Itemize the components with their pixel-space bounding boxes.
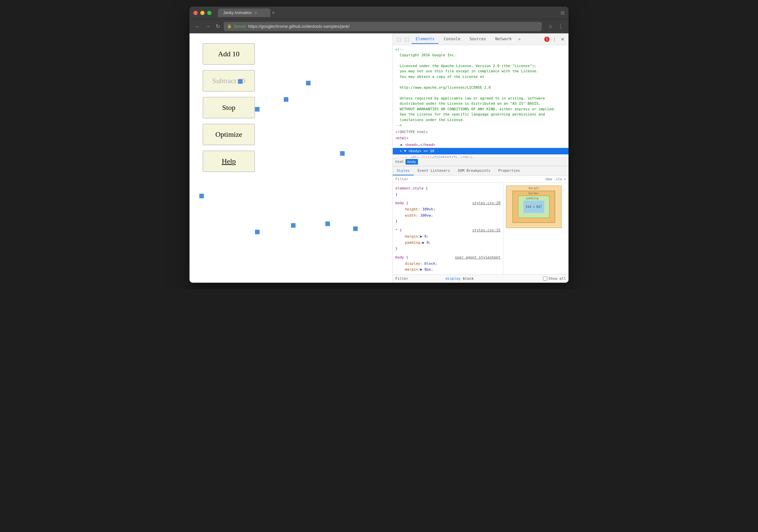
css-source[interactable]: styles.css:20 (472, 200, 500, 207)
styles-rules: element.style { } body { styles.css:20 h… (393, 183, 503, 274)
show-all-checkbox[interactable] (543, 277, 547, 281)
reload-button[interactable]: ↻ (214, 22, 221, 31)
animated-element (255, 107, 259, 112)
css-prop: height: 100vh; (396, 207, 435, 211)
styles-content: element.style { } body { styles.css:20 h… (393, 183, 568, 274)
css-prop: width: 100vw; (396, 213, 433, 217)
title-bar: Janky Animation ✕ + ⊟ (190, 7, 568, 19)
box-model-border: border padding - 514 × 627 (512, 191, 555, 223)
page-area: Add 10 Subtract 10 Stop Optimize Help (190, 33, 393, 283)
animated-element (199, 194, 204, 198)
devtools-more-icon[interactable]: ⋮ (551, 36, 558, 43)
animated-element (353, 226, 358, 231)
secure-label: Secure (234, 24, 246, 29)
computed-left: Filter (396, 277, 443, 281)
css-close-brace: } (396, 247, 398, 250)
css-selector[interactable]: element.style { (396, 186, 428, 190)
css-rule-star-15: * { styles.css:15 margin:▶ 0; padding:▶ … (393, 226, 503, 253)
padding-label: padding - (526, 197, 542, 203)
devtools-close-icon[interactable]: ✕ (559, 36, 566, 43)
forward-button[interactable]: → (204, 22, 212, 31)
animated-element (306, 81, 311, 85)
help-button[interactable]: Help (203, 150, 255, 172)
back-button[interactable]: ← (193, 22, 201, 31)
maximize-button[interactable] (207, 11, 211, 15)
add-button[interactable]: Add 10 (203, 43, 255, 65)
animated-element (238, 79, 243, 84)
box-model-margin: margin border padding - 514 × 627 (506, 185, 562, 228)
lock-icon: 🔒 (227, 24, 232, 28)
breadcrumb: html body (393, 157, 568, 166)
css-selector[interactable]: * { (396, 228, 402, 232)
css-prop: padding:▶ 0; (396, 241, 431, 245)
content-size: 514 × 627 (526, 205, 542, 209)
box-model-padding: padding - 514 × 627 (518, 196, 550, 218)
css-rule-body-20: body { styles.css:20 height: 100vh; widt… (393, 199, 503, 226)
browser-window: Janky Animation ✕ + ⊟ ← → ↻ 🔒 Secure htt… (190, 7, 568, 283)
tab-console[interactable]: Console (440, 35, 465, 44)
css-selector[interactable]: body { (396, 201, 408, 205)
css-source[interactable]: styles.css:15 (472, 227, 500, 234)
stop-button[interactable]: Stop (203, 97, 255, 118)
html-tag[interactable]: <html> (393, 135, 568, 142)
css-close-brace: } (396, 219, 398, 223)
subtract-button[interactable]: Subtract 10 (203, 70, 255, 92)
html-controls-div[interactable]: ► <div class="controls">…</div> (393, 154, 568, 157)
breadcrumb-html[interactable]: html (396, 160, 404, 164)
display-prop[interactable]: display (445, 277, 461, 281)
tab-sources[interactable]: Sources (465, 35, 490, 44)
box-model-panel: margin border padding - 514 × 627 (503, 183, 568, 274)
tab-event-listeners[interactable]: Event Listeners (414, 167, 454, 175)
css-prop: margin:▶ 0; (396, 234, 429, 239)
tab-elements[interactable]: Elements (412, 35, 438, 44)
css-prop: margin:▶ 8px; (396, 267, 433, 272)
breadcrumb-body[interactable]: body (405, 159, 418, 165)
html-doctype[interactable]: <!DOCTYPE html> (393, 129, 568, 135)
tab-network[interactable]: Network (491, 35, 516, 44)
device-toolbar-icon[interactable]: ⬚ (403, 36, 410, 43)
address-bar[interactable]: 🔒 Secure https://googlechrome.github.io/… (224, 22, 542, 31)
html-head[interactable]: ► <head>…</head> (393, 142, 568, 148)
html-comment: <!-- Copyright 2016 Google Inc. Licensed… (393, 47, 568, 129)
devtools-panel: ⬚ ⬚ Elements Console Sources Network » 1… (393, 33, 568, 283)
tab-close-icon[interactable]: ✕ (254, 11, 257, 15)
close-button[interactable] (193, 11, 198, 15)
computed-right: Show all (543, 277, 566, 281)
animated-element (340, 151, 345, 156)
css-close-brace: } (396, 192, 398, 197)
styles-filter-bar: :hov .cls + (393, 176, 568, 183)
error-badge: 1 (544, 37, 550, 42)
new-tab-button[interactable]: + (272, 10, 275, 16)
bookmark-button[interactable]: ☆ (547, 22, 554, 31)
tab-styles[interactable]: Styles (393, 167, 414, 175)
margin-label: margin (529, 186, 539, 190)
browser-tab[interactable]: Janky Animation ✕ (218, 9, 270, 17)
inspect-element-icon[interactable]: ⬚ (396, 36, 402, 43)
tab-properties[interactable]: Properties (494, 167, 524, 175)
filter-label: Filter (396, 277, 408, 281)
show-all-label: Show all (549, 277, 566, 281)
css-selector[interactable]: body { (396, 255, 408, 259)
animated-element (291, 223, 295, 228)
css-rule-element-style: element.style { } (393, 184, 503, 199)
tab-bar: Janky Animation ✕ + (218, 9, 558, 17)
nav-bar: ← → ↻ 🔒 Secure https://googlechrome.gith… (190, 19, 568, 33)
minimize-button[interactable] (200, 11, 205, 15)
browser-content: Add 10 Subtract 10 Stop Optimize Help ⬚ … (190, 33, 568, 283)
styles-tabs: Styles Event Listeners DOM Breakpoints P… (393, 167, 568, 176)
styles-filter-input[interactable] (396, 177, 543, 181)
css-source[interactable]: user agent stylesheet (455, 254, 500, 261)
more-tabs-icon[interactable]: » (517, 36, 522, 43)
hov-cls-controls[interactable]: :hov .cls + (544, 177, 566, 181)
devtools-toolbar: ⬚ ⬚ Elements Console Sources Network » 1… (393, 33, 568, 45)
elements-panel: <!-- Copyright 2016 Google Inc. Licensed… (393, 45, 568, 157)
tab-dom-breakpoints[interactable]: DOM Breakpoints (454, 167, 494, 175)
animated-element (255, 230, 259, 234)
optimize-button[interactable]: Optimize (203, 124, 255, 145)
html-body[interactable]: • ▼ <body> == $0 (393, 148, 568, 154)
window-controls-icon: ⊟ (561, 10, 565, 16)
menu-button[interactable]: ⋮ (557, 22, 565, 31)
css-rule-body-ua: body { user agent stylesheet display: bl… (393, 253, 503, 274)
computed-panel: Filter display block Show all (393, 274, 568, 283)
url-text[interactable]: https://googlechrome.github.io/devtools-… (248, 24, 350, 29)
